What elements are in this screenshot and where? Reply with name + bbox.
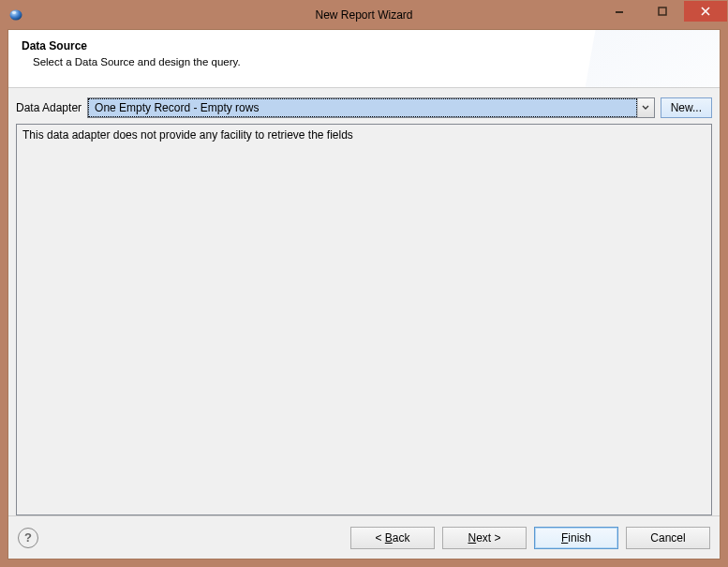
data-adapter-label: Data Adapter [16, 101, 82, 114]
combo-dropdown-button[interactable] [637, 98, 654, 117]
window-controls [598, 1, 727, 29]
next-button[interactable]: Next > [442, 527, 527, 549]
back-prefix: < [375, 531, 384, 545]
window-frame: New Report Wizard [0, 0, 728, 567]
wizard-header: Data Source Select a Data Source and des… [8, 30, 720, 88]
wizard-header-subtitle: Select a Data Source and design the quer… [33, 56, 706, 67]
maximize-icon [658, 7, 667, 16]
wizard-body: Data Adapter One Empty Record - Empty ro… [8, 88, 720, 515]
wizard-footer: ? < Back Next > Finish Cancel [8, 515, 720, 559]
minimize-button[interactable] [598, 1, 641, 22]
svg-point-1 [12, 11, 16, 14]
wizard-header-title: Data Source [22, 39, 706, 52]
data-adapter-selected: One Empty Record - Empty rows [88, 98, 637, 117]
fields-message: This data adapter does not provide any f… [22, 128, 706, 142]
title-bar: New Report Wizard [1, 1, 727, 29]
data-adapter-combo[interactable]: One Empty Record - Empty rows [87, 97, 655, 118]
svg-point-0 [10, 10, 22, 21]
next-rest: ext > [476, 531, 500, 545]
data-adapter-row: Data Adapter One Empty Record - Empty ro… [16, 97, 712, 118]
close-button[interactable] [684, 1, 727, 22]
help-icon: ? [24, 530, 32, 545]
back-button[interactable]: < Back [350, 527, 435, 549]
minimize-icon [615, 7, 624, 16]
svg-rect-3 [659, 7, 666, 15]
svg-rect-2 [616, 11, 623, 13]
fields-area: This data adapter does not provide any f… [16, 124, 712, 515]
maximize-button[interactable] [641, 1, 684, 22]
back-mnemonic: B [385, 531, 393, 545]
client-area: Data Source Select a Data Source and des… [7, 29, 721, 560]
help-button[interactable]: ? [18, 528, 38, 548]
back-rest: ack [393, 531, 410, 545]
chevron-down-icon [642, 105, 649, 111]
app-icon [8, 7, 23, 22]
finish-rest: inish [568, 531, 591, 545]
cancel-button[interactable]: Cancel [626, 527, 710, 549]
new-adapter-button[interactable]: New... [661, 97, 712, 118]
window-frame-inner: New Report Wizard [1, 1, 727, 566]
close-icon [700, 6, 711, 17]
finish-button[interactable]: Finish [534, 527, 618, 549]
next-mnemonic: N [468, 531, 476, 545]
